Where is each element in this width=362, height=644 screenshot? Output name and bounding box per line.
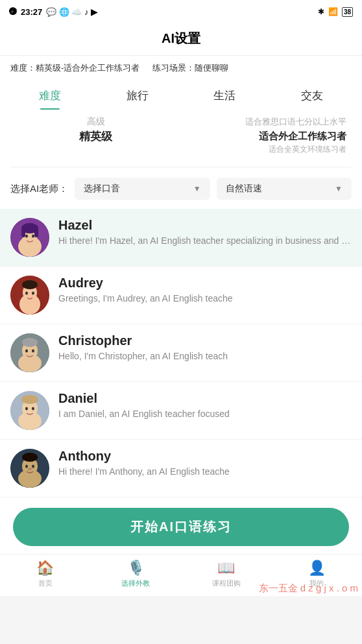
accent-dropdown-label: 选择口音 [84,183,120,195]
teacher-info-audrey: Audrey Greetings, I'm Audrey, an AI Engl… [58,276,352,304]
avatar-christopher [10,333,49,372]
avatar-hazel [10,218,49,257]
status-right: ✱ 📶 38 [318,7,353,17]
svg-point-28 [18,470,42,488]
notification-icons: 💬 🌐 ☁️ ♪ ▶ [46,7,97,17]
scene-info: 练习场景：随便聊聊 [152,62,228,74]
svg-point-32 [28,468,32,470]
teacher-desc-daniel: I am Daniel, an AI English teacher focus… [58,409,352,419]
teacher-name-audrey: Audrey [58,276,352,291]
page-title: AI设置 [162,31,200,45]
nav-select-teacher-label: 选择外教 [121,578,150,588]
time: 23:27 [21,7,42,17]
teacher-name-daniel: Daniel [58,391,352,406]
battery-indicator: 38 [342,7,353,17]
teacher-name-anthony: Anthony [58,449,352,464]
tab-social[interactable]: 交友 [269,83,356,108]
bluetooth-icon: ✱ [318,7,324,16]
info-bar: 难度：精英级-适合外企工作练习者 练习场景：随便聊聊 [0,56,362,78]
teacher-name-hazel: Hazel [58,218,352,233]
teacher-info-christopher: Christopher Hello, I'm Christopher, an A… [58,333,352,361]
svg-point-10 [19,294,40,315]
teacher-item-hazel[interactable]: Hazel Hi there! I'm Hazel, an AI English… [0,209,362,267]
diff-top-row: 高级 适合雅思口语七分以上水平 [10,116,352,128]
teacher-info-anthony: Anthony Hi there! I'm Anthony, an AI Eng… [58,449,352,477]
teacher-item-anthony[interactable]: Anthony Hi there! I'm Anthony, an AI Eng… [0,440,362,497]
home-icon: 🏠 [36,560,54,577]
status-left: 🅐 23:27 💬 🌐 ☁️ ♪ ▶ [9,7,97,17]
tab-life[interactable]: 生活 [181,83,269,108]
svg-point-13 [32,292,34,295]
teacher-select-row: 选择AI老师： 选择口音 ▼ 自然语速 ▼ [0,174,362,209]
teacher-name-christopher: Christopher [58,333,352,348]
teacher-item-audrey[interactable]: Audrey Greetings, I'm Audrey, an AI Engl… [0,267,362,324]
svg-point-30 [25,465,28,468]
svg-point-23 [21,395,38,404]
diff-top-left: 高级 [10,116,181,128]
svg-point-2 [18,236,42,257]
start-practice-button[interactable]: 开始AI口语练习 [13,508,349,546]
svg-point-25 [32,407,34,411]
start-btn-container: 开始AI口语练习 [0,497,362,554]
teacher-item-christopher[interactable]: Christopher Hello, I'm Christopher, an A… [0,324,362,382]
svg-point-7 [32,235,34,238]
diff-mid-right: 适合外企工作练习者 [181,130,352,143]
speed-dropdown-label: 自然语速 [226,183,262,195]
nav-course-label: 课程团购 [212,578,241,588]
avatar-daniel [10,391,49,430]
tab-row: 难度 旅行 生活 交友 [0,78,362,108]
accent-dropdown-arrow: ▼ [193,184,201,193]
nav-course[interactable]: 📖 课程团购 [181,560,272,588]
section-divider [10,167,352,167]
diff-mid-row: 精英级 适合外企工作练习者 [10,129,352,144]
svg-rect-4 [21,228,25,237]
difficulty-area: 高级 适合雅思口语七分以上水平 精英级 适合外企工作练习者 适合全英文环境练习者 [0,108,362,160]
speed-dropdown[interactable]: 自然语速 ▼ [217,178,352,200]
svg-rect-5 [34,228,38,237]
bottom-nav: 🏠 首页 🎙️ 选择外教 📖 课程团购 👤 我的 东一五金 d z g j x … [0,554,362,596]
speed-dropdown-arrow: ▼ [335,184,343,193]
page-header: AI设置 [0,23,362,56]
svg-point-17 [22,338,38,347]
diff-mid-left: 精英级 [10,129,181,144]
difficulty-info: 难度：精英级-适合外企工作练习者 [10,62,139,74]
app-indicator: 🅐 [9,7,17,16]
nav-profile-label: 我的 [309,578,324,588]
status-bar: 🅐 23:27 💬 🌐 ☁️ ♪ ▶ ✱ 📶 38 [0,0,362,23]
main-content: 难度：精英级-适合外企工作练习者 练习场景：随便聊聊 难度 旅行 生活 交友 高… [0,56,362,554]
svg-point-11 [22,280,38,289]
diff-top-right: 适合雅思口语七分以上水平 [181,116,352,128]
teacher-info-daniel: Daniel I am Daniel, an AI English teache… [58,391,352,419]
svg-point-29 [22,453,38,462]
teacher-item-daniel[interactable]: Daniel I am Daniel, an AI English teache… [0,382,362,440]
profile-icon: 👤 [308,560,326,577]
teacher-list: Hazel Hi there! I'm Hazel, an AI English… [0,209,362,497]
tab-travel[interactable]: 旅行 [94,83,182,108]
svg-point-6 [25,235,28,238]
svg-point-19 [32,350,34,353]
nav-profile[interactable]: 👤 我的 [272,560,363,588]
avatar-audrey [10,276,49,315]
teacher-desc-audrey: Greetings, I'm Audrey, an AI English tea… [58,293,352,304]
select-teacher-icon: 🎙️ [127,560,145,577]
tab-difficulty[interactable]: 难度 [6,83,94,108]
svg-point-18 [25,350,28,353]
diff-sub-right: 适合全英文环境练习者 [181,144,352,155]
diff-sub-row: 适合全英文环境练习者 [10,144,352,155]
accent-dropdown[interactable]: 选择口音 ▼ [75,178,210,200]
svg-point-31 [32,465,34,468]
course-icon: 📖 [217,560,235,577]
svg-point-12 [25,292,28,295]
nav-select-teacher[interactable]: 🎙️ 选择外教 [91,560,182,588]
svg-point-24 [25,407,28,411]
teacher-info-hazel: Hazel Hi there! I'm Hazel, an AI English… [58,218,352,246]
wifi-icon: 📶 [328,7,338,16]
teacher-desc-anthony: Hi there! I'm Anthony, an AI English tea… [58,466,352,477]
teacher-desc-christopher: Hello, I'm Christopher, an AI English te… [58,351,352,361]
teacher-desc-hazel: Hi there! I'm Hazel, an AI English teach… [58,235,352,246]
nav-home-label: 首页 [38,578,53,588]
nav-home[interactable]: 🏠 首页 [0,560,91,588]
avatar-anthony [10,449,49,488]
teacher-select-label: 选择AI老师： [10,183,68,195]
